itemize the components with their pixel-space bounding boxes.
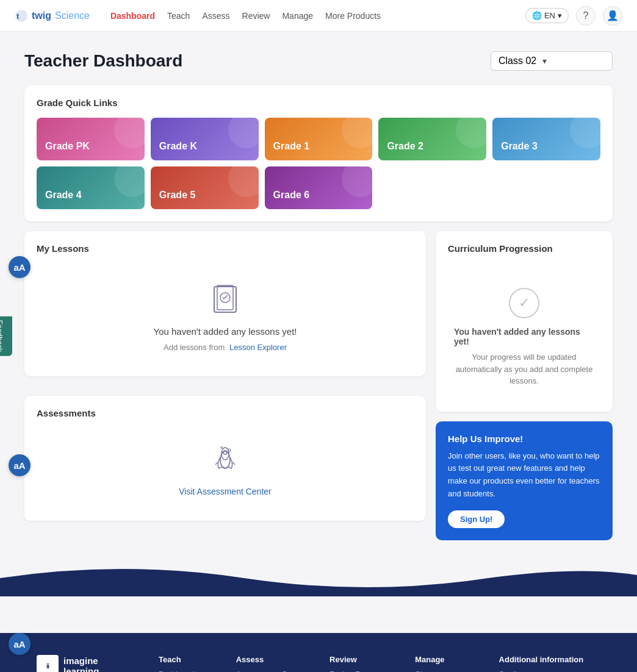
grade-3-label: Grade 3 [501,141,538,152]
feedback-tab[interactable]: Feedback [0,316,12,356]
logo-science: Science [55,10,90,21]
footer-col-teach-title: Teach [159,655,212,664]
help-button[interactable]: ? [576,6,596,26]
main-content: Teacher Dashboard Class 02 ▾ Grade Quick… [0,32,637,560]
footer-links: Teach Dashboard Lesson Explorer Assess A… [159,655,600,672]
curriculum-empty-title: You haven't added any lessons yet! [454,327,594,346]
logo[interactable]: t twigScience [15,9,90,23]
footer-col-review-title: Review [329,655,390,664]
page-title: Teacher Dashboard [24,51,182,71]
curriculum-card: Curriculum Progression ✓ You haven't add… [436,231,613,412]
assessments-empty-state: Visit Assessment Center [37,428,414,509]
wave-divider [0,560,637,596]
class-select-value: Class 02 [498,55,536,66]
lower-section: My Lessons You haven't added any lessons… [24,231,613,540]
nav-manage[interactable]: Manage [282,11,313,21]
grade-tile-k[interactable]: Grade K [151,118,259,160]
footer-logo-name: imaginelearning [63,656,99,672]
accessibility-button-3[interactable]: aA [9,633,31,655]
grade-tile-1[interactable]: Grade 1 [265,118,373,160]
grade-tile-3[interactable]: Grade 3 [492,118,600,160]
lesson-explorer-link[interactable]: Lesson Explorer [229,343,287,352]
class-selector[interactable]: Class 02 ▾ [491,51,613,71]
user-icon: 👤 [606,10,619,21]
footer-top: ii imaginelearning Copyright © 2024, All… [37,655,600,672]
globe-icon: 🌐 [532,11,542,20]
grade-tile-pk[interactable]: Grade PK [37,118,145,160]
help-title: Help Us Improve! [448,434,600,444]
footer-col-assess: Assess Assessments Center Assessment Exp… [236,655,305,672]
add-lessons-row: Add lessons from Lesson Explorer [164,343,287,352]
nav-teach[interactable]: Teach [167,11,190,21]
help-icon: ? [583,10,589,21]
grade-grid: Grade PK Grade K Grade 1 Grade 2 Grade 3… [37,118,600,209]
check-circle-icon: ✓ [509,288,539,318]
grade-1-label: Grade 1 [273,141,310,152]
twig-logo-icon: t [15,9,28,23]
page-header: Teacher Dashboard Class 02 ▾ [24,51,613,71]
footer: ii imaginelearning Copyright © 2024, All… [0,633,637,672]
footer-col-review: Review Review Program Evaluation Rubrics… [329,655,390,672]
accessibility-button-2[interactable]: aA [9,454,31,476]
feedback-label: Feedback [0,320,4,352]
lessons-empty-text: You haven't added any lessons yet! [154,326,297,337]
footer-col-teach: Teach Dashboard Lesson Explorer [159,655,212,672]
svg-text:t: t [16,12,20,21]
grade-5-label: Grade 5 [159,190,196,201]
nav-links: Dashboard Teach Assess Review Manage Mor… [110,11,381,21]
lang-label: EN [544,11,555,20]
my-lessons-title: My Lessons [37,243,414,254]
footer-col-additional: Additional information Credits System Re… [499,655,584,672]
class-select-chevron-icon: ▾ [542,56,547,66]
grade-quick-links-card: Grade Quick Links Grade PK Grade K Grade… [24,85,613,221]
footer-col-assess-title: Assess [236,655,305,664]
visit-assessment-center-link[interactable]: Visit Assessment Center [179,487,271,496]
grade-tile-2[interactable]: Grade 2 [378,118,486,160]
svg-point-6 [221,448,229,460]
signup-button[interactable]: Sign Up! [448,510,505,528]
lang-chevron-icon: ▾ [558,11,562,20]
add-lessons-prefix: Add lessons from [164,343,225,352]
navbar: t twigScience Dashboard Teach Assess Rev… [0,0,637,32]
grade-tile-6[interactable]: Grade 6 [265,166,373,209]
assessments-title: Assessments [37,408,414,418]
nav-dashboard[interactable]: Dashboard [110,11,155,21]
grade-tile-5[interactable]: Grade 5 [151,166,259,209]
footer-logo-col: ii imaginelearning Copyright © 2024, All… [37,655,134,672]
lesson-book-icon [209,282,241,319]
accessibility-button-1[interactable]: aA [9,256,31,278]
curriculum-title: Curriculum Progression [448,243,600,254]
footer-col-manage: Manage Classes Assigned Lessons [415,655,474,672]
nav-right: 🌐 EN ▾ ? 👤 [525,6,622,26]
help-text: Join other users, like you, who want to … [448,450,600,501]
footer-col-manage-title: Manage [415,655,474,664]
logo-twig: twig [32,10,51,21]
assessments-card: Assessments Visit Assessment [24,396,426,521]
footer-logo: ii imaginelearning [37,655,134,672]
grade-2-label: Grade 2 [387,141,423,152]
right-column: Curriculum Progression ✓ You haven't add… [436,231,613,540]
grade-quick-links-title: Grade Quick Links [37,98,600,108]
nav-assess[interactable]: Assess [202,11,229,21]
nav-more-products[interactable]: More Products [325,11,381,21]
help-us-improve-card: Help Us Improve! Join other users, like … [436,421,613,540]
grade-pk-label: Grade PK [45,141,90,152]
nav-review[interactable]: Review [242,11,270,21]
language-selector[interactable]: 🌐 EN ▾ [525,8,569,23]
grade-4-label: Grade 4 [45,190,82,201]
imagine-learning-logo-icon: ii [37,655,59,672]
footer-col-additional-title: Additional information [499,655,584,664]
my-lessons-card: My Lessons You haven't added any lessons… [24,231,426,376]
curriculum-empty-sub: Your progress will be updated automatica… [454,351,594,387]
grade-tile-4[interactable]: Grade 4 [37,166,145,209]
grade-k-label: Grade K [159,141,197,152]
rocket-icon [208,440,242,481]
lessons-empty-state: You haven't added any lessons yet! Add l… [37,263,414,364]
curriculum-empty-state: ✓ You haven't added any lessons yet! You… [448,263,600,399]
left-column: My Lessons You haven't added any lessons… [24,231,426,540]
user-menu-button[interactable]: 👤 [603,6,622,26]
svg-point-9 [221,447,223,449]
grade-6-label: Grade 6 [273,190,310,201]
